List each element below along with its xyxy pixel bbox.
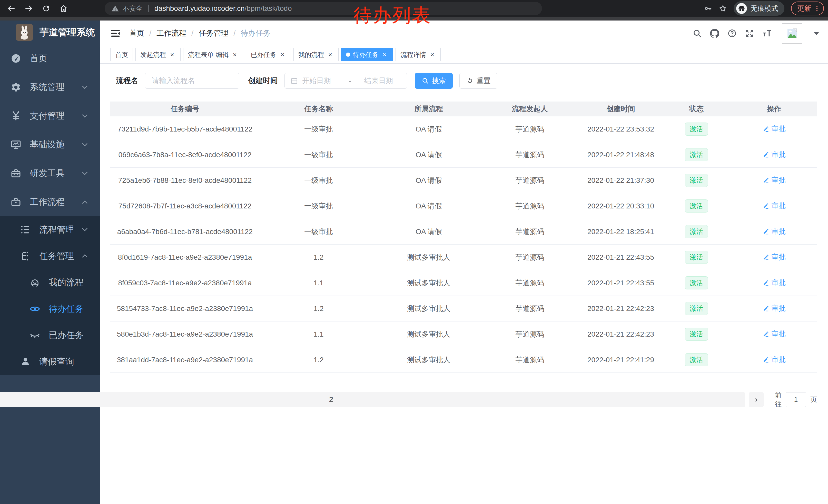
tab-label: 已办任务 [251,50,276,59]
cell-process: OA 请假 [378,176,480,185]
tab-close-icon[interactable]: × [429,51,436,58]
sidebar-item-label: 基础设施 [30,139,83,150]
sidebar-logo-row[interactable]: 芋道管理系统 [0,20,100,44]
cell-created: 2022-01-22 18:25:41 [580,228,662,236]
approve-link[interactable]: 审批 [762,355,786,365]
breadcrumb-link-2[interactable]: 任务管理 [199,28,228,39]
sidebar-item-eye-open[interactable]: 待办任务 [0,295,100,322]
breadcrumb-link-1[interactable]: 工作流程 [157,28,186,39]
approve-link[interactable]: 审批 [762,201,786,211]
cell-process: OA 请假 [378,227,480,237]
tab-2[interactable]: 流程表单-编辑× [183,48,243,61]
refresh-icon [466,77,473,84]
sidebar-item-monitor[interactable]: 基础设施 [0,130,100,159]
cell-process: 测试多审批人 [378,329,480,339]
avatar-caret-icon[interactable] [814,32,819,35]
approve-link[interactable]: 审批 [762,278,786,288]
chevron-down-icon [82,170,87,175]
sidebar-menu: 首页系统管理支付管理基础设施研发工具工作流程流程管理任务管理我的流程待办任务已办… [0,44,100,375]
sidebar-item-eye-closed[interactable]: 已办任务 [0,322,100,349]
approve-label: 审批 [772,304,786,313]
approve-link[interactable]: 审批 [762,175,786,185]
url-bar[interactable]: 不安全 dashboard.yudao.iocoder.cn/bpm/task/… [105,2,542,15]
next-page-button[interactable]: › [749,392,763,407]
sidebar-item-toolbox[interactable]: 研发工具 [0,159,100,188]
tab-0[interactable]: 首页 [110,48,133,61]
forward-icon[interactable] [22,1,36,16]
tab-4[interactable]: 我的流程× [293,48,339,61]
sidebar-item-robot-face[interactable]: 我的流程 [0,269,100,295]
tab-label: 发起流程 [140,50,166,59]
cell-created: 2022-01-22 23:53:32 [580,125,662,133]
sidebar-item-briefcase[interactable]: 工作流程 [0,188,100,216]
home-icon[interactable] [56,1,71,16]
back-icon[interactable] [4,1,18,16]
active-tab-dot [346,53,350,57]
robot-face-icon [29,277,41,288]
reset-button[interactable]: 重置 [459,73,497,89]
reload-icon[interactable] [39,1,53,16]
tab-bar: 首页发起流程×流程表单-编辑×已办任务×我的流程×待办任务×流程详情× [100,46,828,63]
sidebar-item-flow-list[interactable]: 流程管理 [0,216,100,243]
tab-1[interactable]: 发起流程× [135,48,180,61]
approve-link[interactable]: 审批 [762,304,786,313]
sidebar-item-user[interactable]: 请假查询 [0,349,100,375]
date-range-separator: - [343,77,357,85]
approve-link[interactable]: 审批 [762,329,786,339]
cell-task-id: 73211d9d-7b9b-11ec-b5b7-acde48001122 [110,125,259,133]
end-date-placeholder[interactable]: 结束日期 [357,76,401,86]
tab-5[interactable]: 待办任务× [341,48,393,61]
date-range-picker[interactable]: 开始日期 - 结束日期 [285,73,407,89]
cell-created: 2022-01-22 21:37:30 [580,176,662,185]
help-icon[interactable] [728,29,737,38]
cell-starter: 芋道源码 [480,201,580,211]
status-badge: 激活 [685,225,708,238]
avatar[interactable] [782,23,802,44]
breadcrumb-link-0[interactable]: 首页 [129,28,144,39]
task-table: 任务编号任务名称所属流程流程发起人创建时间状态操作 73211d9d-7b9b-… [110,101,817,373]
key-icon[interactable] [704,4,712,12]
pencil-icon [762,151,770,158]
start-date-placeholder[interactable]: 开始日期 [302,76,343,86]
github-icon[interactable] [710,29,719,38]
cell-starter: 芋道源码 [480,227,580,237]
approve-link[interactable]: 审批 [762,150,786,159]
tab-close-icon[interactable]: × [279,51,286,58]
approve-link[interactable]: 审批 [762,252,786,262]
sidebar-item-dashboard[interactable]: 首页 [0,44,100,73]
sidebar-item-yen[interactable]: 支付管理 [0,101,100,130]
sidebar-item-org-tree[interactable]: 任务管理 [0,243,100,269]
bookmark-star-icon[interactable] [719,4,727,12]
content: 流程名 创建时间 开始日期 - 结束日期 搜索 重 [100,63,828,504]
tab-close-icon[interactable]: × [327,51,334,58]
approve-link[interactable]: 审批 [762,124,786,134]
warning-icon [111,5,119,12]
search-button[interactable]: 搜索 [415,73,453,89]
process-name-input[interactable] [145,73,239,89]
tab-6[interactable]: 流程详情× [396,48,441,61]
breadcrumb-separator: / [149,29,151,38]
tab-close-icon[interactable]: × [381,51,388,58]
column-header: 状态 [662,104,731,114]
tab-3[interactable]: 已办任务× [246,48,291,61]
page: 不安全 dashboard.yudao.iocoder.cn/bpm/task/… [0,0,828,504]
cell-status: 激活 [662,148,731,161]
tab-close-icon[interactable]: × [169,51,176,58]
briefcase-icon [10,197,22,208]
update-button[interactable]: 更新 [791,2,824,15]
status-badge: 激活 [685,174,708,187]
tab-label: 首页 [115,50,128,59]
approve-link[interactable]: 审批 [762,227,786,236]
text-size-icon[interactable] [762,29,772,38]
fullscreen-icon[interactable] [745,29,754,38]
goto-page-input[interactable] [786,392,806,407]
search-icon[interactable] [693,29,702,38]
cell-status: 激活 [662,199,731,213]
sidebar-fold-icon[interactable] [110,28,121,39]
app: 芋道管理系统 首页系统管理支付管理基础设施研发工具工作流程流程管理任务管理我的流… [0,20,828,504]
tab-close-icon[interactable]: × [231,51,238,58]
url-path: /bpm/task/todo [245,4,292,12]
sidebar-item-gear[interactable]: 系统管理 [0,73,100,101]
sidebar-item-label: 研发工具 [30,168,83,179]
page-button-2[interactable]: 2 [0,392,745,407]
